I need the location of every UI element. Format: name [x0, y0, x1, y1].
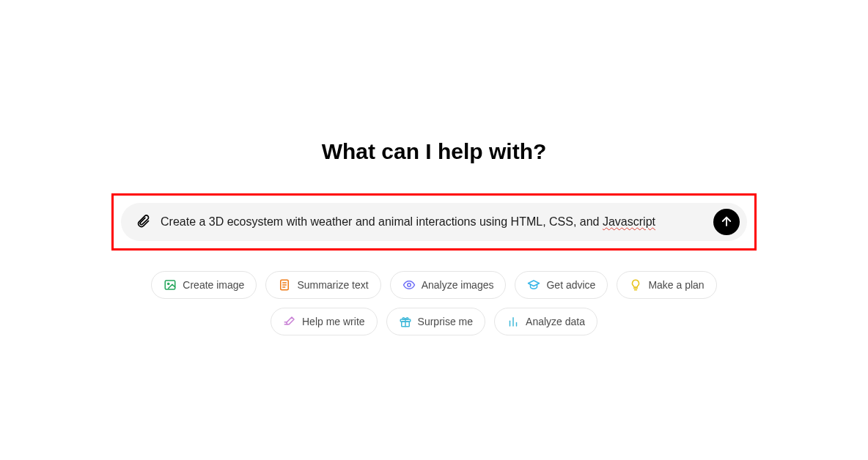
- arrow-up-icon: [720, 215, 733, 230]
- chip-make-a-plan[interactable]: Make a plan: [617, 271, 716, 299]
- svg-point-2: [168, 283, 169, 284]
- chip-help-me-write[interactable]: Help me write: [271, 308, 378, 335]
- lightbulb-icon: [629, 278, 642, 292]
- chip-label: Get advice: [546, 279, 595, 291]
- chip-label: Help me write: [302, 316, 365, 327]
- image-icon: [163, 278, 177, 292]
- suggestion-chips: Create image Summarize text Analyze imag…: [133, 271, 735, 335]
- prompt-highlight-box: Create a 3D ecosystem with weather and a…: [111, 193, 757, 251]
- chart-icon: [507, 315, 520, 328]
- chip-summarize-text[interactable]: Summarize text: [265, 271, 380, 299]
- graduation-icon: [527, 278, 540, 292]
- chip-surprise-me[interactable]: Surprise me: [386, 308, 485, 335]
- paperclip-icon: [136, 214, 150, 231]
- chip-label: Summarize text: [297, 279, 368, 291]
- chip-label: Analyze images: [422, 279, 494, 291]
- gift-icon: [399, 315, 412, 328]
- page-title: What can I help with?: [322, 139, 547, 164]
- send-button[interactable]: [713, 209, 740, 235]
- pencil-icon: [283, 315, 296, 328]
- svg-point-7: [407, 283, 411, 287]
- chip-label: Analyze data: [526, 316, 585, 327]
- prompt-input[interactable]: Create a 3D ecosystem with weather and a…: [161, 215, 707, 229]
- chip-create-image[interactable]: Create image: [151, 271, 257, 299]
- attach-button[interactable]: [131, 210, 155, 234]
- prompt-input-bar[interactable]: Create a 3D ecosystem with weather and a…: [121, 203, 747, 241]
- prompt-input-text: Create a 3D ecosystem with weather and a…: [161, 215, 603, 228]
- chip-label: Surprise me: [418, 316, 473, 327]
- chip-analyze-data[interactable]: Analyze data: [494, 308, 597, 335]
- chip-label: Make a plan: [648, 279, 704, 291]
- chip-analyze-images[interactable]: Analyze images: [390, 271, 507, 299]
- eye-icon: [402, 278, 416, 292]
- document-icon: [278, 278, 291, 292]
- chip-label: Create image: [183, 279, 244, 291]
- prompt-input-spellerror: Javascript: [603, 215, 655, 228]
- chip-get-advice[interactable]: Get advice: [515, 271, 608, 299]
